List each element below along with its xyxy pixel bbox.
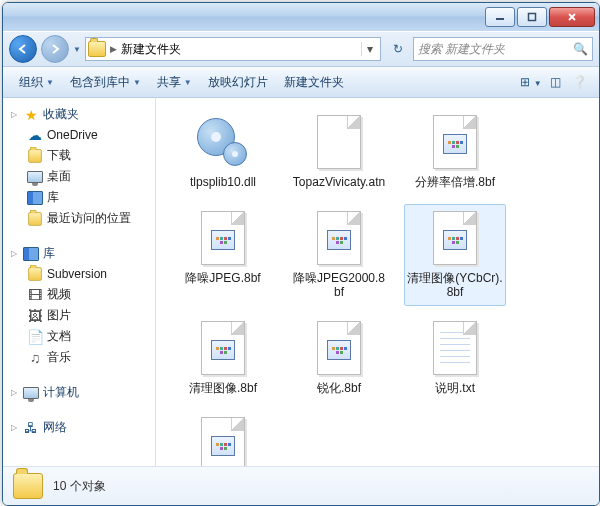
nav-item-documents[interactable]: 📄文档 bbox=[7, 326, 155, 347]
nav-item-recent[interactable]: 最近访问的位置 bbox=[7, 208, 155, 229]
file-item[interactable]: 清理图像.8bf bbox=[172, 314, 274, 402]
computer-icon bbox=[23, 385, 39, 401]
nav-network-header[interactable]: ▷🖧网络 bbox=[7, 417, 155, 438]
file-name: 清理图像.8bf bbox=[189, 381, 257, 395]
preview-pane-button[interactable]: ◫ bbox=[543, 75, 567, 89]
minimize-button[interactable] bbox=[485, 7, 515, 27]
file-name: 分辨率倍增.8bf bbox=[415, 175, 495, 189]
view-options-button[interactable]: ⊞ ▼ bbox=[519, 75, 543, 89]
nav-item-libraries-shortcut[interactable]: 库 bbox=[7, 187, 155, 208]
nav-computer-header[interactable]: ▷计算机 bbox=[7, 382, 155, 403]
nav-item-desktop[interactable]: 桌面 bbox=[7, 166, 155, 187]
new-folder-button[interactable]: 新建文件夹 bbox=[276, 67, 352, 97]
file-list-pane[interactable]: tlpsplib10.dllTopazVivicaty.atn分辨率倍增.8bf… bbox=[156, 98, 599, 466]
folder-icon bbox=[88, 41, 106, 57]
nav-bar: ▼ ▶ 新建文件夹 ▾ ↻ 搜索 新建文件夹 🔍 bbox=[3, 31, 599, 67]
address-history-dropdown[interactable]: ▾ bbox=[361, 42, 378, 56]
maximize-button[interactable] bbox=[517, 7, 547, 27]
file-thumbnail bbox=[307, 209, 371, 267]
recent-icon bbox=[27, 211, 43, 227]
libraries-icon bbox=[27, 190, 43, 206]
pictures-icon: 🖼 bbox=[27, 308, 43, 324]
search-placeholder: 搜索 新建文件夹 bbox=[418, 41, 505, 58]
help-button[interactable]: ❔ bbox=[567, 75, 591, 89]
search-box[interactable]: 搜索 新建文件夹 🔍 bbox=[413, 37, 593, 61]
video-icon: 🎞 bbox=[27, 287, 43, 303]
explorer-window: ▼ ▶ 新建文件夹 ▾ ↻ 搜索 新建文件夹 🔍 组织▼ 包含到库中▼ 共享▼ … bbox=[2, 2, 600, 506]
slideshow-button[interactable]: 放映幻灯片 bbox=[200, 67, 276, 97]
folder-icon bbox=[13, 473, 43, 499]
breadcrumb-folder[interactable]: 新建文件夹 bbox=[121, 41, 181, 58]
svn-icon bbox=[27, 266, 43, 282]
file-item[interactable]: 降噪JPEG2000.8bf bbox=[288, 204, 390, 306]
file-thumbnail bbox=[423, 209, 487, 267]
file-name: TopazVivicaty.atn bbox=[293, 175, 385, 189]
file-item[interactable]: tlpsplib10.dll bbox=[172, 108, 274, 196]
file-name: 降噪JPEG.8bf bbox=[185, 271, 260, 285]
title-bar[interactable] bbox=[3, 3, 599, 31]
nav-libraries-header[interactable]: ▷库 bbox=[7, 243, 155, 264]
file-item[interactable]: 降噪JPEG.8bf bbox=[172, 204, 274, 306]
onedrive-icon: ☁ bbox=[27, 127, 43, 143]
nav-item-subversion[interactable]: Subversion bbox=[7, 264, 155, 284]
navigation-pane[interactable]: ▷★收藏夹 ☁OneDrive 下载 桌面 库 最近访问的位置 ▷库 Subve… bbox=[3, 98, 156, 466]
file-thumbnail bbox=[191, 113, 255, 171]
command-bar: 组织▼ 包含到库中▼ 共享▼ 放映幻灯片 新建文件夹 ⊞ ▼ ◫ ❔ bbox=[3, 67, 599, 98]
nav-history-dropdown[interactable]: ▼ bbox=[73, 45, 81, 54]
share-menu[interactable]: 共享▼ bbox=[149, 67, 200, 97]
file-name: 锐化.8bf bbox=[317, 381, 361, 395]
file-item[interactable]: 锐化.8bf bbox=[288, 314, 390, 402]
desktop-icon bbox=[27, 169, 43, 185]
file-thumbnail bbox=[423, 113, 487, 171]
status-bar: 10 个对象 bbox=[3, 466, 599, 505]
file-thumbnail bbox=[191, 209, 255, 267]
documents-icon: 📄 bbox=[27, 329, 43, 345]
address-bar[interactable]: ▶ 新建文件夹 ▾ bbox=[85, 37, 381, 61]
file-name: 清理图像(YCbCr).8bf bbox=[407, 271, 503, 299]
nav-favorites-header[interactable]: ▷★收藏夹 bbox=[7, 104, 155, 125]
nav-item-pictures[interactable]: 🖼图片 bbox=[7, 305, 155, 326]
file-name: 降噪JPEG2000.8bf bbox=[291, 271, 387, 299]
include-in-library-menu[interactable]: 包含到库中▼ bbox=[62, 67, 149, 97]
music-icon: ♫ bbox=[27, 350, 43, 366]
nav-item-downloads[interactable]: 下载 bbox=[7, 145, 155, 166]
file-name: tlpsplib10.dll bbox=[190, 175, 256, 189]
breadcrumb-separator: ▶ bbox=[110, 44, 117, 54]
nav-back-button[interactable] bbox=[9, 35, 37, 63]
refresh-button[interactable]: ↻ bbox=[387, 42, 409, 56]
file-thumbnail bbox=[307, 319, 371, 377]
organize-menu[interactable]: 组织▼ bbox=[11, 67, 62, 97]
nav-item-onedrive[interactable]: ☁OneDrive bbox=[7, 125, 155, 145]
file-thumbnail bbox=[191, 319, 255, 377]
status-text: 10 个对象 bbox=[53, 478, 106, 495]
file-item[interactable]: TopazVivicaty.atn bbox=[288, 108, 390, 196]
svg-rect-1 bbox=[529, 14, 536, 21]
nav-forward-button[interactable] bbox=[41, 35, 69, 63]
file-thumbnail bbox=[423, 319, 487, 377]
file-thumbnail bbox=[307, 113, 371, 171]
nav-item-music[interactable]: ♫音乐 bbox=[7, 347, 155, 368]
file-item[interactable]: 智能降噪.8bf bbox=[172, 410, 274, 466]
file-item[interactable]: 说明.txt bbox=[404, 314, 506, 402]
nav-item-videos[interactable]: 🎞视频 bbox=[7, 284, 155, 305]
star-icon: ★ bbox=[23, 107, 39, 123]
file-item[interactable]: 分辨率倍增.8bf bbox=[404, 108, 506, 196]
file-name: 说明.txt bbox=[435, 381, 475, 395]
file-item[interactable]: 清理图像(YCbCr).8bf bbox=[404, 204, 506, 306]
download-icon bbox=[27, 148, 43, 164]
network-icon: 🖧 bbox=[23, 420, 39, 436]
libraries-icon bbox=[23, 246, 39, 262]
search-icon: 🔍 bbox=[573, 42, 588, 56]
close-button[interactable] bbox=[549, 7, 595, 27]
file-thumbnail bbox=[191, 415, 255, 466]
